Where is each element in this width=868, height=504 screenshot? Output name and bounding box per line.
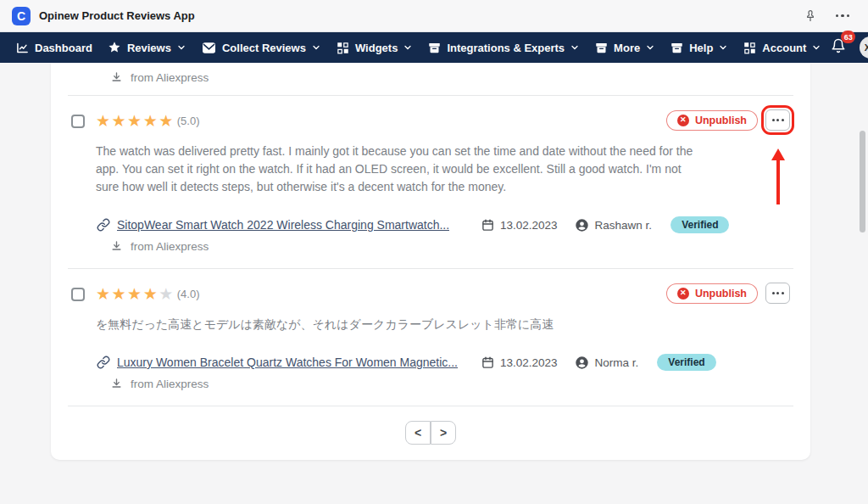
user-icon	[575, 218, 589, 232]
review-text: を無料だった高速とモデルは素敵なが、それはダークカラーブレスレット非常に高速	[96, 316, 694, 333]
unpublish-button[interactable]: ✕ Unpublish	[666, 283, 758, 304]
nav-label: Account	[762, 42, 806, 54]
download-icon	[110, 240, 123, 253]
nav-integrations-experts[interactable]: Integrations & Experts	[420, 37, 587, 59]
review-item-1: ★★★★★ (5.0) ✕ Unpublish The watch was de…	[51, 96, 810, 268]
circle-x-icon: ✕	[677, 115, 689, 126]
envelope-icon	[202, 42, 216, 54]
download-icon	[110, 71, 123, 84]
chevron-down-icon	[718, 42, 728, 53]
unpublish-label: Unpublish	[695, 288, 747, 300]
review-checkbox[interactable]	[71, 288, 85, 301]
nav-label: Collect Reviews	[222, 42, 306, 54]
review-date: 13.02.2023	[500, 356, 558, 369]
nav-widgets[interactable]: Widgets	[329, 37, 420, 59]
chevron-down-icon	[645, 42, 655, 53]
reviewer-name: Norma r.	[595, 356, 639, 369]
nav-dashboard[interactable]: Dashboard	[8, 37, 100, 59]
reviews-page: from Aliexpress ★★★★★ (5.0) ✕ Unpublish …	[0, 63, 868, 504]
nav-label: Reviews	[127, 42, 171, 54]
star-rating: ★★★★★	[96, 286, 175, 302]
notifications-button[interactable]: 63	[829, 36, 848, 59]
source-label: from Aliexpress	[131, 240, 209, 253]
pagination-next-button[interactable]: >	[431, 421, 456, 445]
product-link[interactable]: SitopWear Smart Watch 2022 Wireless Char…	[117, 218, 449, 232]
review-source-partial: from Aliexpress	[51, 63, 810, 95]
notification-badge: 63	[841, 31, 855, 43]
nav-account[interactable]: Account	[736, 37, 829, 59]
chevron-down-icon	[176, 42, 186, 53]
nav-label: Widgets	[355, 42, 398, 54]
review-item-2: ★★★★★ (4.0) ✕ Unpublish を無料だった高速とモデルは素敵な…	[51, 269, 810, 406]
avatar[interactable]: XD	[860, 36, 868, 59]
nav-label: More	[614, 42, 640, 54]
dashboard-icon	[16, 42, 29, 54]
unpublish-label: Unpublish	[695, 115, 747, 126]
archive-box-icon	[595, 42, 608, 54]
star-icon	[108, 41, 121, 54]
nav-collect-reviews[interactable]: Collect Reviews	[194, 37, 329, 59]
rating-value: (4.0)	[177, 288, 200, 300]
source-label: from Aliexpress	[131, 71, 209, 84]
pagination-prev-button[interactable]: <	[405, 421, 431, 445]
star-rating: ★★★★★	[96, 113, 175, 129]
unpublish-button[interactable]: ✕ Unpublish	[666, 110, 758, 131]
shopify-app-topbar: C Opinew Product Reviews App	[0, 0, 868, 32]
nav-label: Dashboard	[35, 42, 92, 54]
scrollbar-thumb[interactable]	[860, 131, 865, 232]
calendar-icon	[481, 219, 494, 232]
review-checkbox[interactable]	[71, 115, 85, 128]
app-title: Opinew Product Reviews App	[39, 9, 195, 22]
verified-badge: Verified	[670, 216, 729, 233]
opinew-logo-icon: C	[12, 7, 31, 25]
download-icon	[110, 378, 123, 390]
review-text: The watch was delivered pretty fast. I m…	[96, 143, 694, 196]
nav-reviews[interactable]: Reviews	[100, 36, 194, 59]
topbar-more-icon[interactable]	[832, 11, 854, 21]
grid-icon	[743, 42, 756, 54]
nav-label: Integrations & Experts	[447, 42, 565, 54]
source-label: from Aliexpress	[131, 378, 209, 390]
verified-badge: Verified	[657, 354, 715, 371]
grid-icon	[337, 42, 349, 54]
app-navbar: Dashboard Reviews Collect Reviews Widget…	[0, 32, 868, 63]
chevron-down-icon	[311, 42, 321, 53]
archive-box-icon	[670, 42, 683, 54]
chevron-down-icon	[403, 42, 413, 53]
pagination: < >	[51, 406, 810, 460]
calendar-icon	[481, 356, 494, 369]
reviews-list-card: from Aliexpress ★★★★★ (5.0) ✕ Unpublish …	[51, 63, 810, 460]
archive-box-icon	[428, 42, 441, 54]
nav-help[interactable]: Help	[663, 37, 736, 59]
nav-label: Help	[689, 42, 713, 54]
link-icon	[97, 218, 110, 232]
link-icon	[97, 356, 110, 369]
review-source: from Aliexpress	[110, 378, 790, 390]
chevron-down-icon	[570, 42, 580, 53]
review-more-actions-button[interactable]	[765, 283, 790, 304]
pin-icon[interactable]	[804, 9, 817, 23]
reviewer-name: Rashawn r.	[595, 219, 653, 232]
product-link[interactable]: Luxury Women Bracelet Quartz Watches For…	[117, 356, 458, 369]
circle-x-icon: ✕	[677, 288, 689, 300]
review-source: from Aliexpress	[110, 240, 790, 253]
rating-value: (5.0)	[177, 115, 200, 127]
annotation-arrow	[765, 148, 790, 204]
review-more-actions-button[interactable]	[765, 109, 790, 131]
user-icon	[575, 356, 589, 370]
nav-more[interactable]: More	[587, 37, 663, 59]
chevron-down-icon	[811, 42, 821, 53]
review-date: 13.02.2023	[500, 219, 558, 232]
